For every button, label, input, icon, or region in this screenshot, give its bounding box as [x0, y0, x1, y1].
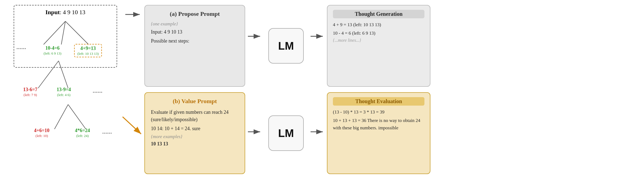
tree-dots-left-top: ...... [16, 43, 26, 51]
propose-prompt-title: (a) Propose Prompt [151, 10, 239, 17]
value-body1: Evaluate if given numbers can reach 24 (… [151, 109, 239, 123]
prompts-column: (a) Propose Prompt {one example} Input: … [144, 5, 245, 174]
lm-box-bottom: LM [268, 115, 304, 151]
propose-steps-text: Possible next steps: [151, 37, 239, 45]
lm-box-top: LM [268, 28, 304, 64]
lm-label-bottom: LM [278, 127, 294, 139]
right-arrows-col [308, 5, 327, 174]
arrow-tree-to-value [120, 115, 144, 137]
arrow-value-to-lm [247, 126, 263, 137]
tree-node-4x6: 4*6=24 (left: 24) [75, 128, 90, 138]
tree-node-4-9-highlight: 4+9=13 (left: 10 13 13) [74, 44, 102, 57]
arrow-lm-to-output-top [309, 31, 326, 42]
input-label: Input: 4 9 10 13 [45, 9, 86, 16]
tree-node-4-6: 4+6=10 (left: 10) [34, 128, 50, 138]
output-gen-line2: 10 - 4 = 6 (left: 6 9 13) [333, 29, 424, 37]
tree-node-13-6: 13-6=7 (left: 7 9) [23, 87, 37, 97]
propose-input-text: Input: 4 9 10 13 [151, 28, 239, 36]
svg-line-6 [68, 105, 86, 129]
tree-dots-mid-right: ...... [93, 87, 102, 95]
value-prompt-box: (b) Value Prompt Evaluate if given numbe… [144, 92, 245, 174]
propose-prompt-box: (a) Propose Prompt {one example} Input: … [144, 5, 245, 87]
value-prompt-title: (b) Value Prompt [151, 98, 239, 105]
svg-line-5 [54, 105, 68, 129]
tree-section: Input: 4 9 10 13 ...... [8, 5, 123, 174]
output-evaluation-title: Thought Evaluation [333, 97, 424, 106]
output-generation-title: Thought Generation [333, 10, 424, 18]
output-gen-more: {...more lines...} [333, 38, 424, 43]
output-eval-line1: (13 - 10) * 13 = 3 * 13 = 39 [333, 108, 424, 116]
output-gen-line1: 4 + 9 = 13 (left: 10 13 13) [333, 21, 424, 28]
tree-dots-bottom-right: ...... [102, 128, 112, 136]
tree-node-13-9: 13-9=4 (left: 4 6) [57, 87, 71, 97]
main-diagram: Input: 4 9 10 13 ...... [0, 0, 644, 179]
arrow-propose-to-lm [247, 31, 263, 42]
output-eval-line2: 10 + 13 + 13 = 36 There is no way to obt… [333, 117, 424, 132]
output-evaluation-box: Thought Evaluation (13 - 10) * 13 = 3 * … [327, 92, 430, 174]
lm-column: LM LM [264, 5, 308, 174]
value-query: 10 13 13 [151, 141, 239, 147]
value-example-label: {more examples} [151, 134, 239, 139]
outputs-column: Thought Generation 4 + 9 = 13 (left: 10 … [327, 5, 430, 174]
mid-arrows-col [245, 5, 264, 174]
tree-node-10-4: 10-4=6 (left: 6 9 13) [44, 45, 61, 55]
output-generation-box: Thought Generation 4 + 9 = 13 (left: 10 … [327, 5, 430, 87]
svg-line-10 [123, 117, 141, 134]
arrow-lm-to-output-bottom [309, 126, 326, 137]
lm-label-top: LM [278, 40, 294, 52]
value-body2: 10 14: 10 + 14 = 24. sure [151, 125, 239, 132]
left-arrows-col [123, 5, 144, 174]
arrow-tree-to-propose [124, 9, 143, 20]
propose-example-label: {one example} [151, 21, 239, 27]
tree-node-4-9: 4+9=13 (left: 10 13 13) [77, 46, 99, 56]
